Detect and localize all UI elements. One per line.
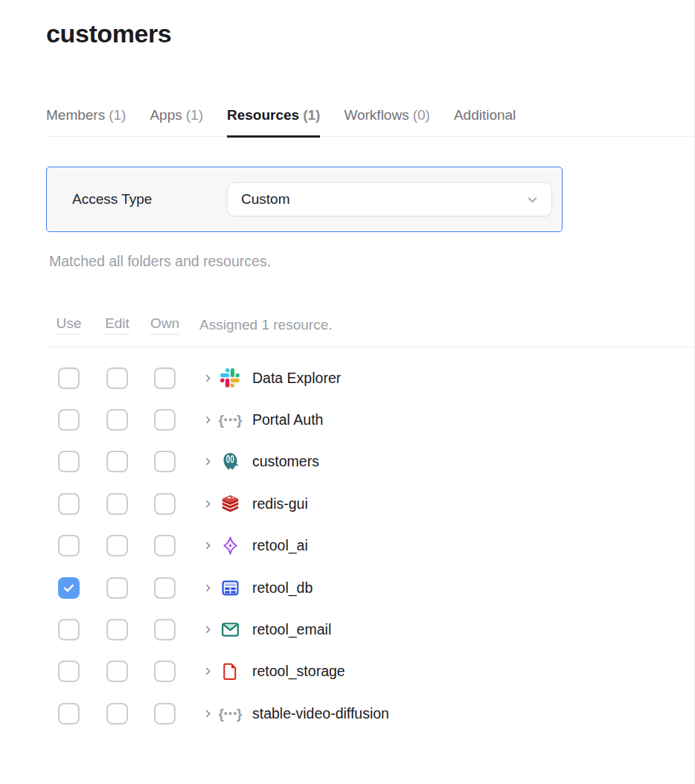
own-checkbox[interactable] bbox=[154, 493, 176, 515]
edit-checkbox[interactable] bbox=[106, 409, 128, 431]
redis-icon bbox=[220, 493, 240, 514]
tab-apps[interactable]: Apps(1) bbox=[150, 107, 203, 136]
resource-name: redis-gui bbox=[252, 495, 308, 513]
edit-checkbox[interactable] bbox=[106, 661, 128, 682]
postgres-icon bbox=[220, 452, 240, 472]
access-type-card: Access Type Custom bbox=[46, 167, 563, 232]
chevron-right-icon[interactable] bbox=[203, 457, 213, 466]
tab-label: Members bbox=[46, 107, 105, 123]
use-checkbox[interactable] bbox=[58, 493, 80, 515]
chevron-right-icon[interactable] bbox=[203, 541, 213, 550]
column-header-edit[interactable]: Edit bbox=[105, 315, 129, 335]
use-checkbox[interactable] bbox=[58, 535, 80, 556]
own-checkbox[interactable] bbox=[154, 577, 176, 599]
tab-additional[interactable]: Additional bbox=[454, 107, 516, 136]
edit-checkbox[interactable] bbox=[106, 577, 128, 599]
access-type-value: Custom bbox=[241, 191, 289, 208]
chevron-right-icon[interactable] bbox=[203, 583, 213, 593]
table-icon bbox=[220, 577, 240, 598]
own-checkbox[interactable] bbox=[154, 619, 176, 640]
braces-icon: {⋯} bbox=[220, 410, 240, 431]
resource-name: retool_db bbox=[252, 579, 313, 597]
braces-icon: {⋯} bbox=[220, 703, 240, 724]
column-header-use[interactable]: Use bbox=[57, 315, 82, 335]
use-checkbox[interactable] bbox=[58, 619, 80, 640]
tab-count: (1) bbox=[186, 107, 203, 123]
resource-name: Portal Auth bbox=[252, 411, 323, 428]
resource-name: retool_storage bbox=[252, 663, 345, 680]
access-type-label: Access Type bbox=[72, 191, 152, 208]
edit-checkbox[interactable] bbox=[106, 493, 128, 515]
chevron-right-icon[interactable] bbox=[203, 373, 213, 383]
page-title: customers bbox=[46, 19, 171, 48]
use-checkbox[interactable] bbox=[58, 703, 80, 724]
chevron-right-icon[interactable] bbox=[203, 415, 213, 425]
resource-row: retool_email bbox=[46, 608, 694, 650]
divider bbox=[46, 347, 694, 347]
tab-members[interactable]: Members(1) bbox=[46, 107, 126, 136]
edit-checkbox[interactable] bbox=[106, 535, 128, 556]
tab-resources[interactable]: Resources(1) bbox=[227, 107, 320, 136]
use-checkbox[interactable] bbox=[58, 577, 80, 599]
own-checkbox[interactable] bbox=[154, 661, 176, 682]
use-checkbox[interactable] bbox=[58, 661, 80, 682]
resource-row: retool_storage bbox=[46, 651, 694, 693]
own-checkbox[interactable] bbox=[154, 367, 176, 389]
use-checkbox[interactable] bbox=[58, 367, 80, 389]
resource-row: redis-gui bbox=[46, 483, 694, 524]
file-icon bbox=[220, 661, 240, 682]
tab-count: (1) bbox=[303, 107, 320, 123]
resource-row: Data Explorer bbox=[46, 357, 694, 399]
chevron-right-icon[interactable] bbox=[203, 625, 213, 634]
chevron-down-icon bbox=[525, 193, 539, 207]
tab-workflows[interactable]: Workflows(0) bbox=[344, 107, 430, 136]
email-icon bbox=[220, 620, 240, 640]
use-checkbox[interactable] bbox=[58, 451, 80, 472]
tab-count: (0) bbox=[413, 107, 430, 123]
edit-checkbox[interactable] bbox=[106, 367, 128, 389]
resource-row: retool_ai bbox=[46, 525, 694, 567]
list-header: Use Edit Own Assigned 1 resource. bbox=[46, 315, 694, 335]
own-checkbox[interactable] bbox=[154, 703, 176, 724]
resource-row: {⋯} Portal Auth bbox=[46, 399, 694, 440]
tabs: Members(1)Apps(1)Resources(1)Workflows(0… bbox=[46, 107, 694, 137]
use-checkbox[interactable] bbox=[58, 409, 80, 431]
chevron-right-icon[interactable] bbox=[203, 666, 213, 676]
assigned-summary: Assigned 1 resource. bbox=[199, 317, 333, 333]
resource-row: retool_db bbox=[46, 567, 694, 608]
own-checkbox[interactable] bbox=[154, 451, 176, 472]
resource-name: customers bbox=[252, 453, 319, 470]
own-checkbox[interactable] bbox=[154, 535, 176, 556]
matched-text: Matched all folders and resources. bbox=[49, 253, 271, 270]
resource-name: Data Explorer bbox=[252, 370, 341, 387]
tab-label: Workflows bbox=[344, 107, 409, 123]
resource-list: Data Explorer {⋯} Portal Auth customers … bbox=[46, 357, 694, 735]
resource-name: retool_email bbox=[252, 621, 331, 638]
tab-label: Apps bbox=[150, 107, 182, 123]
resource-row: {⋯} stable-video-diffusion bbox=[46, 693, 694, 734]
sparkle-icon bbox=[220, 536, 240, 556]
tab-label: Resources bbox=[227, 107, 299, 123]
column-header-own[interactable]: Own bbox=[150, 315, 179, 335]
resource-name: retool_ai bbox=[252, 537, 308, 554]
resource-row: customers bbox=[46, 441, 694, 483]
slack-icon bbox=[220, 367, 240, 388]
chevron-right-icon[interactable] bbox=[203, 709, 213, 719]
resource-name: stable-video-diffusion bbox=[252, 705, 389, 722]
edit-checkbox[interactable] bbox=[106, 619, 128, 640]
tab-label: Additional bbox=[454, 107, 516, 123]
chevron-right-icon[interactable] bbox=[203, 499, 213, 509]
edit-checkbox[interactable] bbox=[106, 451, 128, 472]
edit-checkbox[interactable] bbox=[106, 703, 128, 724]
own-checkbox[interactable] bbox=[154, 409, 176, 431]
access-type-select[interactable]: Custom bbox=[227, 182, 552, 216]
tab-count: (1) bbox=[109, 107, 126, 123]
